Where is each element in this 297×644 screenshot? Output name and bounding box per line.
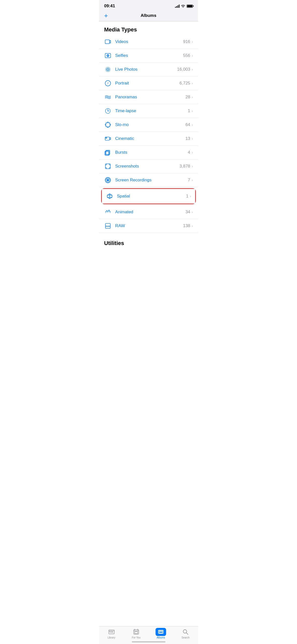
selfies-chevron: ›	[192, 54, 193, 58]
animated-icon	[104, 208, 112, 216]
live-photos-icon	[104, 66, 112, 73]
bursts-count: 4	[188, 150, 190, 155]
live-photos-count: 16,003	[177, 67, 190, 72]
screen-recordings-icon	[104, 176, 112, 184]
slo-mo-icon	[104, 121, 112, 129]
panoramas-icon	[104, 93, 112, 101]
add-button[interactable]: +	[104, 12, 108, 19]
screenshots-count: 3,878	[180, 164, 190, 169]
cinematic-icon	[104, 135, 112, 142]
nav-title: Albums	[141, 13, 156, 18]
battery-icon	[187, 5, 193, 8]
raw-icon: RAW	[104, 222, 112, 230]
svg-rect-24	[106, 138, 107, 138]
screenshots-chevron: ›	[192, 164, 193, 168]
screenshots-label: Screenshots	[115, 164, 180, 169]
cinematic-label: Cinematic	[115, 136, 185, 141]
utilities-section: Utilities	[99, 233, 198, 249]
svg-point-0	[183, 7, 183, 8]
time-lapse-count: 1	[188, 108, 190, 113]
time-lapse-chevron: ›	[192, 109, 193, 113]
portrait-icon: f	[104, 79, 112, 87]
list-item-raw[interactable]: RAW RAW 138 ›	[99, 219, 198, 233]
selfies-count: 556	[183, 53, 190, 58]
animated-label: Animated	[115, 210, 185, 215]
svg-text:RAW: RAW	[106, 225, 110, 227]
slo-mo-count: 64	[185, 122, 190, 127]
cinematic-count: 13	[185, 136, 190, 141]
status-bar: 09:41	[99, 0, 198, 11]
svg-point-4	[107, 55, 108, 56]
status-time: 09:41	[104, 4, 115, 9]
svg-point-6	[106, 68, 110, 71]
status-icons	[175, 4, 193, 8]
list-item-panoramas[interactable]: Panoramas 28 ›	[99, 90, 198, 104]
list-item-time-lapse[interactable]: Time-lapse 1 ›	[99, 104, 198, 118]
list-item-screenshots[interactable]: Screenshots 3,878 ›	[99, 159, 198, 173]
screenshots-icon	[104, 163, 112, 170]
portrait-chevron: ›	[192, 81, 193, 85]
spatial-label: Spatial	[117, 194, 186, 199]
time-lapse-label: Time-lapse	[115, 108, 188, 113]
raw-count: 138	[183, 223, 190, 228]
raw-chevron: ›	[192, 224, 193, 228]
bursts-label: Bursts	[115, 150, 188, 155]
media-types-section: Media Types	[99, 21, 198, 35]
svg-rect-28	[105, 164, 110, 169]
portrait-count: 6,725	[180, 81, 190, 86]
portrait-label: Portrait	[115, 81, 180, 86]
raw-label: RAW	[115, 223, 183, 228]
svg-point-30	[107, 179, 109, 181]
selfies-label: Selfies	[115, 53, 183, 58]
svg-rect-1	[105, 40, 109, 44]
slo-mo-label: Slo-mo	[115, 122, 185, 127]
bursts-icon	[104, 149, 112, 156]
time-lapse-icon	[104, 107, 112, 115]
cinematic-chevron: ›	[192, 137, 193, 141]
list-item-selfies[interactable]: Selfies 556 ›	[99, 49, 198, 63]
spatial-chevron: ›	[190, 194, 191, 198]
spatial-icon	[106, 192, 113, 200]
animated-count: 34	[185, 210, 190, 215]
spatial-count: 1	[186, 194, 188, 199]
nav-bar: + Albums	[99, 11, 198, 21]
live-photos-label: Live Photos	[115, 67, 177, 72]
content-area: Media Types Videos 916 › Selfies 556 ›	[99, 21, 198, 274]
panoramas-count: 28	[185, 95, 190, 100]
list-item-videos[interactable]: Videos 916 ›	[99, 35, 198, 49]
svg-point-5	[107, 69, 109, 70]
list-item-portrait[interactable]: f Portrait 6,725 ›	[99, 76, 198, 90]
slo-mo-chevron: ›	[192, 123, 193, 127]
bursts-chevron: ›	[192, 150, 193, 154]
wifi-icon	[181, 5, 185, 8]
screen-recordings-count: 7	[188, 178, 190, 183]
panoramas-label: Panoramas	[115, 95, 185, 100]
videos-icon	[104, 38, 112, 46]
utilities-title: Utilities	[104, 240, 124, 246]
list-item-spatial-highlight: Spatial 1 ›	[101, 188, 196, 204]
animated-chevron: ›	[192, 210, 193, 214]
list-item-bursts[interactable]: Bursts 4 ›	[99, 146, 198, 159]
list-item-slo-mo[interactable]: Slo-mo 64 ›	[99, 118, 198, 132]
list-item-live-photos[interactable]: Live Photos 16,003 ›	[99, 63, 198, 76]
selfies-icon	[104, 52, 112, 59]
videos-label: Videos	[115, 39, 183, 44]
svg-rect-2	[105, 53, 111, 58]
media-types-title: Media Types	[104, 26, 137, 33]
panoramas-chevron: ›	[192, 95, 193, 99]
svg-text:f: f	[107, 82, 108, 85]
screen-recordings-label: Screen Recordings	[115, 178, 188, 183]
videos-count: 916	[183, 39, 190, 44]
screen-recordings-chevron: ›	[192, 178, 193, 182]
videos-chevron: ›	[192, 40, 193, 44]
live-photos-chevron: ›	[192, 67, 193, 71]
list-item-cinematic[interactable]: Cinematic 13 ›	[99, 132, 198, 146]
list-item-screen-recordings[interactable]: Screen Recordings 7 ›	[99, 173, 198, 187]
list-item-animated[interactable]: Animated 34 ›	[99, 205, 198, 219]
signal-icon	[175, 4, 180, 8]
list-item-spatial[interactable]: Spatial 1 ›	[102, 189, 195, 204]
